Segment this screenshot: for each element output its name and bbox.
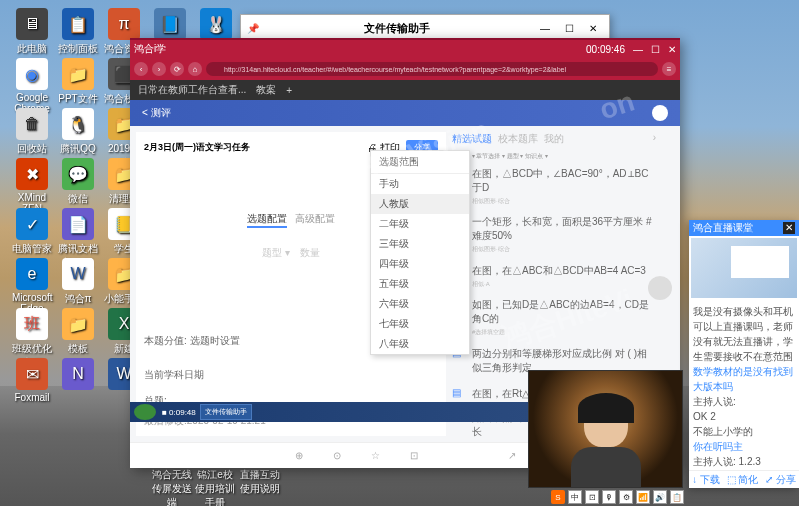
- breadcrumb[interactable]: < 测评: [142, 106, 171, 120]
- close-button[interactable]: ✕: [583, 23, 603, 34]
- share-button[interactable]: ⤢ 分享: [765, 473, 796, 487]
- tab-config[interactable]: 选题配置: [247, 212, 287, 228]
- tool-icon[interactable]: ☆: [371, 450, 380, 461]
- close-icon[interactable]: ✕: [783, 222, 795, 234]
- tab-advanced[interactable]: 高级配置: [295, 212, 335, 228]
- desktop-icon[interactable]: 💬微信: [58, 158, 98, 206]
- rec-time: ■ 0:09:48: [162, 408, 196, 417]
- download-button[interactable]: ↓ 下载: [692, 473, 720, 487]
- tray-icon[interactable]: 中: [568, 490, 582, 504]
- tray-icon[interactable]: ⚙: [619, 490, 633, 504]
- dropdown-item[interactable]: 四年级: [371, 254, 469, 274]
- tab-mine[interactable]: 我的: [544, 132, 564, 146]
- question-item[interactable]: ▤一个矩形，长和宽，面积是36平方厘米 #难度50%相似图形·综合: [452, 215, 656, 253]
- forward-button[interactable]: ›: [152, 62, 166, 76]
- browser-label: 鸿合i学: [134, 42, 166, 56]
- close-button[interactable]: ✕: [668, 44, 676, 55]
- desktop-icon[interactable]: W鸿合π: [58, 258, 98, 306]
- dropdown-item[interactable]: 人教版: [371, 194, 469, 214]
- dropdown-item[interactable]: 六年级: [371, 294, 469, 314]
- tray-icon[interactable]: ⊡: [585, 490, 599, 504]
- pin-icon[interactable]: 📌: [247, 23, 259, 34]
- start-button[interactable]: [134, 404, 156, 420]
- new-tab-button[interactable]: +: [286, 85, 292, 96]
- live-chat-panel: 鸿合直播课堂 ✕ 我是没有摄像头和耳机可以上直播课吗，老师没有就无法直播讲，学生…: [689, 220, 799, 488]
- dropdown-header: 选题范围: [371, 151, 469, 174]
- minimize-button[interactable]: —: [633, 44, 643, 55]
- doc-icon: ▤: [452, 387, 466, 401]
- desktop-icon[interactable]: ✖XMind ZEN: [12, 158, 52, 214]
- tool-icon[interactable]: ⊙: [333, 450, 341, 461]
- desktop-icon[interactable]: 🐧腾讯QQ: [58, 108, 98, 156]
- collapse-icon[interactable]: ›: [653, 132, 656, 146]
- dropdown-item[interactable]: 手动: [371, 174, 469, 194]
- tool-icon[interactable]: ⊡: [410, 450, 418, 461]
- tray-icon[interactable]: 📶: [636, 490, 650, 504]
- desktop-icon[interactable]: ✉Foxmail: [12, 358, 52, 403]
- filter-row[interactable]: 上下册 ▾ 章节选择 ▾ 题型 ▾ 知识点 ▾: [452, 152, 656, 161]
- window-title: 文件传输助手: [259, 21, 535, 36]
- inner-taskbar: ■ 0:09:48 文件传输助手: [130, 402, 530, 422]
- url-bar[interactable]: http://314an.hitecloud.cn/teacher/#/web/…: [206, 62, 658, 76]
- tool-icon[interactable]: ↗: [508, 450, 516, 461]
- desktop-icon[interactable]: 📁PPT文件: [58, 58, 98, 106]
- system-tray: S 中 ⊡ 🎙 ⚙ 📶 🔊 📋: [551, 490, 684, 504]
- tray-icon[interactable]: 🔊: [653, 490, 667, 504]
- question-item[interactable]: ▤在图，在△ABC和△BCD中AB=4 AC=3相似·A: [452, 264, 656, 288]
- tab[interactable]: 教案: [256, 83, 276, 97]
- tab[interactable]: 日常在教师工作台查看...: [138, 83, 246, 97]
- dropdown-item[interactable]: 五年级: [371, 274, 469, 294]
- tool-icon[interactable]: ⊕: [295, 450, 303, 461]
- tray-icon[interactable]: S: [551, 490, 565, 504]
- desktop-icon[interactable]: 🗑回收站: [12, 108, 52, 156]
- grade-dropdown: 选题范围 手动 人教版 二年级 三年级 四年级 五年级 六年级 七年级 八年级: [370, 150, 470, 355]
- tab-school[interactable]: 校本题库: [498, 132, 538, 146]
- desktop-icon[interactable]: 🖥此电脑: [12, 8, 52, 56]
- tab-bar: 日常在教师工作台查看... 教案 +: [130, 80, 680, 100]
- desktop-icon[interactable]: N: [58, 358, 98, 392]
- back-button[interactable]: ‹: [134, 62, 148, 76]
- chat-log: 我是没有摄像头和耳机可以上直播课吗，老师没有就无法直播讲，学生需要接收不在意范围…: [689, 300, 799, 470]
- dropdown-item[interactable]: 七年级: [371, 314, 469, 334]
- desktop-icon[interactable]: 📁模板: [58, 308, 98, 356]
- simplify-button[interactable]: ⬚ 简化: [727, 473, 759, 487]
- webcam-feed[interactable]: [528, 370, 683, 488]
- home-button[interactable]: ⌂: [188, 62, 202, 76]
- menu-button[interactable]: ≡: [662, 62, 676, 76]
- tray-icon[interactable]: 🎙: [602, 490, 616, 504]
- maximize-button[interactable]: ☐: [559, 23, 579, 34]
- refresh-button[interactable]: ⟳: [170, 62, 184, 76]
- scroll-handle[interactable]: [648, 276, 662, 300]
- maximize-button[interactable]: ☐: [651, 44, 660, 55]
- question-item[interactable]: ▤如图，已知D是△ABC的边AB=4，CD是角C的#选择填空题: [452, 298, 656, 336]
- desktop-icon[interactable]: 📋控制面板: [58, 8, 98, 56]
- question-item[interactable]: ▤在图，△BCD中，∠BAC=90°，AD⊥BC于D相似图形·综合: [452, 167, 656, 205]
- preview-thumbnail[interactable]: [691, 238, 797, 298]
- desktop-icon[interactable]: ◉Google Chrome: [12, 58, 52, 114]
- dropdown-item[interactable]: 二年级: [371, 214, 469, 234]
- timer: 00:09:46: [586, 44, 625, 55]
- desktop-icon[interactable]: eMicrosoft Edge: [12, 258, 52, 314]
- dropdown-item[interactable]: 八年级: [371, 334, 469, 354]
- minimize-button[interactable]: —: [535, 23, 555, 34]
- tray-icon[interactable]: 📋: [670, 490, 684, 504]
- dropdown-item[interactable]: 三年级: [371, 234, 469, 254]
- avatar[interactable]: [652, 105, 668, 121]
- desktop-icon[interactable]: ✓电脑管家: [12, 208, 52, 256]
- taskbar-item[interactable]: 文件传输助手: [200, 404, 252, 420]
- panel-title: 鸿合直播课堂: [693, 221, 753, 235]
- lesson-title: 2月3日(周一)语文学习任务: [144, 141, 250, 154]
- tab-featured[interactable]: 精选试题: [452, 132, 492, 146]
